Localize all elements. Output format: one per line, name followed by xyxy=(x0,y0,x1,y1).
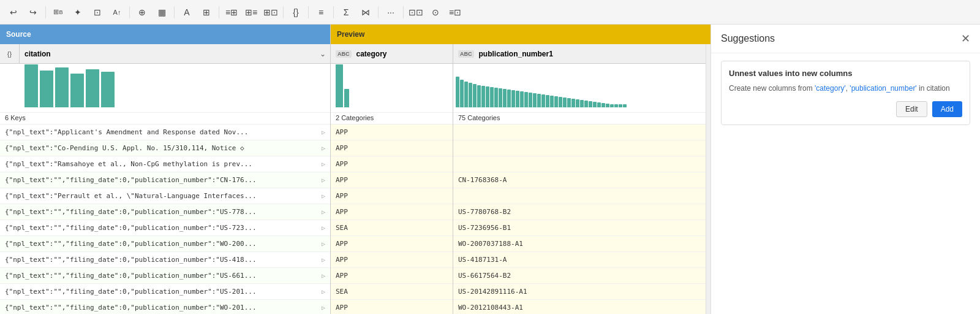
toolbar-btn-7[interactable]: A xyxy=(178,4,195,21)
toolbar-divider-3 xyxy=(174,6,175,18)
preview-cells-pubnumber: CN-1768368-A US-7780768-B2 US-7236956-B1… xyxy=(453,124,706,314)
list-item: {"npl_text":"Applicant's Amendment and R… xyxy=(0,124,330,140)
source-bar-chart xyxy=(0,64,330,113)
toolbar: ↩ ↪ ⊞B ✦ ⊡ A↑ ⊕ ▦ A ⊞ ≡⊞ ⊞≡ ⊞⊡ {} ≡ Σ ⋈ … xyxy=(0,0,980,25)
pubnumber-bar xyxy=(597,102,601,107)
toolbar-btn-19[interactable]: ≡⊡ xyxy=(447,4,464,21)
pubnumber-bar xyxy=(567,98,571,107)
toolbar-btn-6[interactable]: ▦ xyxy=(153,4,170,21)
preview-cell: APP xyxy=(331,268,453,284)
pubnumber-bar xyxy=(537,94,541,107)
preview-cell xyxy=(453,156,706,172)
source-table-header: {} citation ⌄ xyxy=(0,44,330,64)
col-type-badge-category: ABC xyxy=(336,50,352,58)
col-type-badge-pubnumber: ABC xyxy=(458,50,474,58)
preview-cell xyxy=(453,124,706,140)
list-item: {"npl_text":"","filing_date":0,"publicat… xyxy=(0,268,330,284)
expand-icon[interactable]: ▷ xyxy=(322,304,325,311)
preview-cell: APP xyxy=(331,204,453,220)
toolbar-btn-4[interactable]: A↑ xyxy=(108,4,126,21)
preview-cell: APP xyxy=(331,236,453,252)
toolbar-btn-16[interactable]: ··· xyxy=(382,4,399,21)
toolbar-btn-5[interactable]: ⊕ xyxy=(134,4,151,21)
toolbar-btn-14[interactable]: Σ xyxy=(337,4,355,21)
toolbar-btn-8[interactable]: ⊞ xyxy=(198,4,215,21)
expand-icon[interactable]: ▷ xyxy=(322,209,325,215)
toolbar-btn-1[interactable]: ⊞B xyxy=(50,4,67,21)
expand-icon[interactable]: ▷ xyxy=(322,240,325,247)
toolbar-divider-7 xyxy=(333,6,334,18)
toolbar-btn-17[interactable]: ⊡⊡ xyxy=(407,4,424,21)
redo-button[interactable]: ↪ xyxy=(24,4,42,21)
toolbar-divider-8 xyxy=(378,6,379,18)
toolbar-btn-18[interactable]: ⊙ xyxy=(427,4,444,21)
list-item: {"npl_text":"Co-Pending U.S. Appl. No. 1… xyxy=(0,140,330,156)
toolbar-btn-12[interactable]: {} xyxy=(287,4,304,21)
toolbar-btn-11[interactable]: ⊞⊡ xyxy=(262,4,279,21)
suggestions-close-button[interactable]: ✕ xyxy=(961,32,970,45)
list-item: {"npl_text":"","filing_date":0,"publicat… xyxy=(0,300,330,314)
pubnumber-bar xyxy=(511,90,515,107)
bar-4 xyxy=(70,74,84,107)
pubnumber-bar xyxy=(464,82,468,107)
pubnumber-bar xyxy=(614,104,618,107)
pubnumber-bar xyxy=(550,96,554,107)
toolbar-btn-15[interactable]: ⋈ xyxy=(357,4,374,21)
list-item: {"npl_text":"","filing_date":0,"publicat… xyxy=(0,236,330,252)
pubnumber-bar xyxy=(563,98,567,107)
pubnumber-bar xyxy=(486,86,489,107)
bar-5 xyxy=(86,69,99,107)
pubnumber-bar xyxy=(571,99,575,107)
preview-col-pubnumber: ABC publication_number1 xyxy=(453,44,706,314)
toolbar-btn-13[interactable]: ≡ xyxy=(312,4,330,21)
expand-icon[interactable]: ▷ xyxy=(322,224,325,231)
pubnumber-bar xyxy=(559,97,562,107)
preview-col-category: ABC category 2 Categories APP APP APP AP… xyxy=(331,44,453,314)
source-stats: 6 Keys xyxy=(0,113,330,124)
expand-icon[interactable]: ▷ xyxy=(322,129,325,136)
edit-button[interactable]: Edit xyxy=(896,101,927,117)
expand-icon[interactable]: ▷ xyxy=(322,256,325,263)
bar-2 xyxy=(40,71,53,107)
preview-cell: US-7780768-B2 xyxy=(453,204,706,220)
pubnumber-bar xyxy=(606,104,609,107)
list-item: {"npl_text":"","filing_date":0,"publicat… xyxy=(0,172,330,188)
toolbar-btn-3[interactable]: ⊡ xyxy=(89,4,106,21)
category-bar-2 xyxy=(344,89,349,107)
pubnumber-bar xyxy=(610,104,614,107)
scrollbar[interactable] xyxy=(706,44,710,314)
pubnumber-bar xyxy=(576,99,579,107)
expand-icon[interactable]: ▷ xyxy=(322,177,325,183)
list-item: {"npl_text":"Ramsahoye et al., Non-CpG m… xyxy=(0,156,330,172)
add-button[interactable]: Add xyxy=(932,101,962,117)
expand-icon[interactable]: ▷ xyxy=(322,161,325,167)
col-name-pubnumber: publication_number1 xyxy=(479,50,553,58)
expand-icon[interactable]: ▷ xyxy=(322,272,325,279)
undo-button[interactable]: ↩ xyxy=(5,4,22,21)
toolbar-divider-5 xyxy=(283,6,284,18)
preview-cells-category: APP APP APP APP APP APP SEA APP APP APP … xyxy=(331,124,453,314)
preview-cell: CN-1768368-A xyxy=(453,172,706,188)
suggestion-card-description: Create new columns from 'category', 'pub… xyxy=(729,83,962,94)
preview-cell: US-6617564-B2 xyxy=(453,268,706,284)
pubnumber-bar xyxy=(456,77,459,107)
toolbar-btn-10[interactable]: ⊞≡ xyxy=(243,4,260,21)
expand-icon[interactable]: ▷ xyxy=(322,193,325,199)
toolbar-divider-4 xyxy=(219,6,219,18)
preview-cell: APP xyxy=(331,172,453,188)
source-title: Source xyxy=(6,30,31,39)
preview-cell: US-4187131-A xyxy=(453,252,706,268)
source-col-arrow[interactable]: ⌄ xyxy=(315,44,330,64)
preview-cell: US-20142891116-A1 xyxy=(453,284,706,300)
pubnumber-bar xyxy=(460,80,464,107)
toolbar-btn-2[interactable]: ✦ xyxy=(69,4,86,21)
preview-columns: ABC category 2 Categories APP APP APP AP… xyxy=(331,44,710,314)
expand-icon[interactable]: ▷ xyxy=(322,288,325,295)
suggestion-highlight-1: 'category' xyxy=(815,84,846,93)
pubnumber-bar xyxy=(477,85,481,107)
expand-icon[interactable]: ▷ xyxy=(322,145,325,151)
pubnumber-bar xyxy=(601,103,605,107)
toolbar-btn-9[interactable]: ≡⊞ xyxy=(223,4,240,21)
suggestion-card: Unnest values into new columns Create ne… xyxy=(721,61,970,125)
pubnumber-bar xyxy=(516,91,519,107)
